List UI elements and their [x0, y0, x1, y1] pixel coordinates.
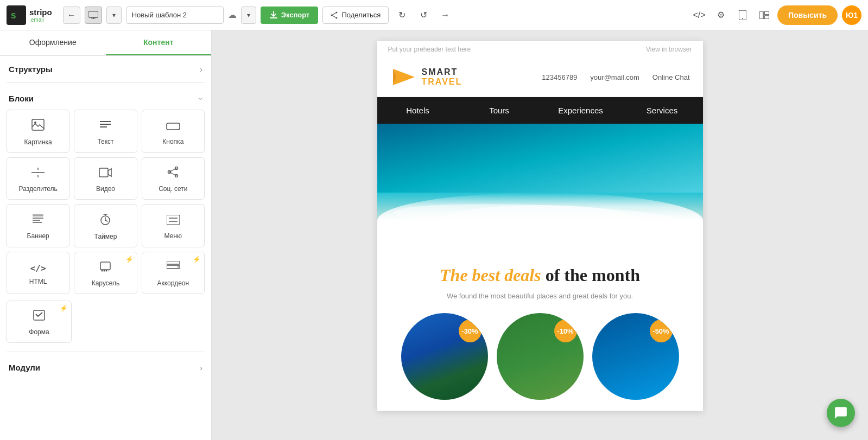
svg-line-29: [169, 172, 176, 176]
preheader-text: Put your preheader text here: [388, 46, 471, 53]
menu-icon: [167, 214, 180, 228]
banner-icon: [32, 214, 44, 228]
svg-line-8: [332, 12, 337, 15]
deals-highlight: The best deals: [440, 265, 541, 285]
brand-logo: SMART TRAVEL: [390, 66, 462, 88]
text-icon: [99, 119, 111, 133]
block-image-label: Картинка: [24, 138, 52, 146]
block-text[interactable]: Текст: [74, 110, 137, 153]
svg-point-40: [104, 270, 105, 272]
chat-widget[interactable]: [827, 399, 855, 427]
canvas-area: Put your preheader text here View in bro…: [212, 30, 868, 440]
block-social[interactable]: Соц. сети: [142, 157, 205, 200]
block-banner[interactable]: Баннер: [7, 204, 69, 247]
logo: S stripo .email: [7, 5, 52, 25]
topbar: S stripo .email ← ▾ Новый шаблон 2 ☁ ▾ Э…: [0, 0, 868, 30]
email-nav: Hotels Tours Experiences Services: [377, 97, 703, 124]
tab-content[interactable]: Контент: [106, 30, 212, 55]
svg-rect-30: [33, 214, 43, 216]
deal-badge-1: -30%: [459, 320, 481, 342]
button-icon: [166, 119, 180, 133]
avatar[interactable]: Ю1: [842, 5, 861, 25]
template-dropdown-button[interactable]: ▾: [241, 7, 256, 24]
nav-hotels[interactable]: Hotels: [377, 97, 459, 124]
share-button[interactable]: Поделиться: [322, 7, 389, 24]
block-image[interactable]: Картинка: [7, 110, 69, 153]
deals-subtitle: We found the most beautiful places and g…: [390, 292, 690, 300]
form-icon: [33, 310, 45, 324]
structures-section-header[interactable]: Структуры ›: [0, 56, 211, 80]
settings-button[interactable]: ⚙: [712, 7, 730, 24]
block-button[interactable]: Кнопка: [142, 110, 205, 153]
block-form-label: Форма: [29, 328, 49, 336]
back-button[interactable]: ←: [63, 7, 80, 24]
export-button[interactable]: Экспорт: [261, 7, 319, 24]
svg-rect-20: [167, 123, 180, 130]
save-cloud-button[interactable]: ☁: [228, 10, 237, 20]
divider-icon: [31, 167, 45, 181]
block-divider[interactable]: Разделитель: [7, 157, 69, 200]
block-menu[interactable]: Меню: [142, 204, 205, 247]
deal-card-1: -30%: [401, 313, 488, 400]
email-container: Put your preheader text here View in bro…: [377, 41, 703, 411]
redo-button[interactable]: →: [436, 7, 454, 24]
html-icon: </>: [30, 263, 46, 273]
svg-rect-24: [99, 168, 108, 177]
view-in-browser-link[interactable]: View in browser: [646, 46, 692, 53]
video-icon: [99, 167, 112, 181]
email-contact: your@mail.com: [590, 73, 639, 81]
image-icon: [31, 119, 45, 134]
block-carousel[interactable]: ⚡ Карусель: [74, 252, 137, 294]
more-button[interactable]: [756, 7, 773, 24]
block-button-label: Кнопка: [162, 138, 183, 145]
social-icon: [167, 167, 179, 181]
chat-contact: Online Chat: [652, 73, 690, 81]
left-panel: Оформление Контент Структуры › Блоки › К…: [0, 30, 212, 440]
upgrade-button[interactable]: Повысить: [777, 5, 838, 25]
code-view-button[interactable]: </>: [690, 7, 708, 24]
mobile-view-button[interactable]: [734, 7, 751, 24]
deal-card-2: -10%: [497, 313, 584, 400]
deal-badge-3: -50%: [650, 320, 673, 342]
block-form[interactable]: ⚡ Форма: [7, 301, 72, 343]
svg-rect-38: [100, 262, 110, 270]
tab-design[interactable]: Оформление: [0, 30, 106, 55]
hero-section: [377, 124, 703, 248]
nav-tours[interactable]: Tours: [459, 97, 540, 124]
block-social-label: Соц. сети: [159, 185, 187, 193]
accordion-lightning: ⚡: [193, 256, 201, 263]
block-text-label: Текст: [97, 138, 113, 145]
svg-line-28: [169, 168, 176, 172]
block-html-label: HTML: [29, 278, 47, 285]
view-dropdown-button[interactable]: ▾: [106, 7, 122, 24]
nav-services[interactable]: Services: [622, 97, 703, 124]
nav-experiences[interactable]: Experiences: [540, 97, 622, 124]
blocks-title: Блоки: [9, 94, 34, 103]
email-preheader: Put your preheader text here View in bro…: [377, 41, 703, 58]
modules-section-header[interactable]: Модули ›: [0, 354, 211, 379]
block-video-label: Видео: [96, 185, 115, 193]
block-html[interactable]: </> HTML: [7, 252, 69, 294]
undo-button[interactable]: ↻: [393, 7, 410, 24]
desktop-view-button[interactable]: [85, 7, 102, 24]
svg-line-9: [332, 15, 337, 18]
block-video[interactable]: Видео: [74, 157, 137, 200]
block-banner-label: Баннер: [27, 232, 49, 240]
block-accordion[interactable]: ⚡ Аккордеон: [142, 252, 205, 294]
logo-icon: S: [7, 5, 26, 25]
deal-card-3: -50%: [592, 313, 679, 400]
blocks-grid: Картинка Текст Кнопка Разд: [0, 110, 211, 301]
deals-title: The best deals of the month: [390, 265, 690, 285]
email-header: SMART TRAVEL 123456789 your@mail.com Onl…: [377, 58, 703, 97]
block-timer[interactable]: Таймер: [74, 204, 137, 247]
history-button[interactable]: ↺: [415, 7, 432, 24]
timer-icon: [100, 213, 111, 228]
svg-rect-35: [167, 215, 180, 225]
accordion-icon: [167, 261, 180, 275]
blocks-section-header[interactable]: Блоки ›: [0, 85, 211, 110]
template-name-field[interactable]: Новый шаблон 2: [126, 7, 224, 24]
structures-title: Структуры: [9, 65, 53, 74]
carousel-icon: [99, 261, 112, 275]
phone-contact: 123456789: [542, 73, 577, 81]
deal-badge-2: -10%: [554, 320, 577, 342]
